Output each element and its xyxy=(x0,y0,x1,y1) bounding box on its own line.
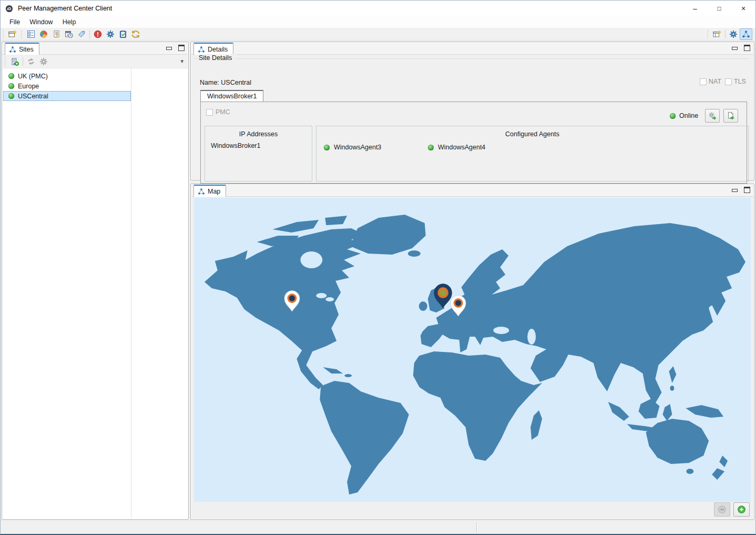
nat-checkbox-box[interactable] xyxy=(700,78,707,85)
alerts-icon[interactable] xyxy=(50,28,63,40)
sites-panel-header: Sites xyxy=(3,43,188,55)
zoom-out-button[interactable] xyxy=(714,502,730,517)
minimize-panel-icon[interactable] xyxy=(166,47,172,50)
new-site-icon[interactable] xyxy=(6,28,19,40)
tls-checkbox-box[interactable] xyxy=(725,78,732,85)
minimize-panel-icon[interactable] xyxy=(732,47,738,50)
tab-map[interactable]: Map xyxy=(193,185,226,197)
ip-addresses-title: IP Addresses xyxy=(205,130,312,138)
site-details-section: Site Details Name: USCentral NAT TLS Win… xyxy=(191,55,753,179)
tab-sites[interactable]: Sites xyxy=(5,43,39,55)
toolbar-separator xyxy=(23,57,23,66)
agent-item[interactable]: WindowsAgent4 xyxy=(428,144,485,151)
tls-checkbox[interactable]: TLS xyxy=(725,78,746,85)
map-body xyxy=(191,197,753,519)
network-perspective-icon[interactable] xyxy=(740,28,752,40)
nat-checkbox-label: NAT xyxy=(709,78,721,85)
main-toolbar: 12 xyxy=(1,28,755,41)
ip-address-item[interactable]: WindowsBroker1 xyxy=(211,142,260,149)
tasks-icon[interactable] xyxy=(117,28,129,40)
map-panel: Map xyxy=(190,184,754,520)
tab-sites-label: Sites xyxy=(19,46,34,53)
status-online-icon xyxy=(8,83,14,89)
tab-details-label: Details xyxy=(208,46,228,53)
tags-icon[interactable] xyxy=(75,28,88,40)
checklist-icon[interactable] xyxy=(25,28,37,40)
toolbar-drag-handle xyxy=(21,30,23,38)
toolbar-separator xyxy=(725,30,726,38)
status-label: Online xyxy=(679,112,698,119)
broker-content: PMC Online IP Addresses WindowsBroker1 xyxy=(200,102,747,184)
settings-icon[interactable] xyxy=(104,28,117,40)
tls-checkbox-label: TLS xyxy=(734,78,746,85)
pmc-checkbox-box[interactable] xyxy=(206,109,213,116)
close-button[interactable]: × xyxy=(731,1,755,16)
ip-address-label: WindowsBroker1 xyxy=(211,142,260,149)
status-bar xyxy=(1,520,755,534)
tab-details[interactable]: Details xyxy=(193,43,233,55)
tab-windowsbroker1-label: WindowsBroker1 xyxy=(207,93,257,100)
site-label: Europe xyxy=(18,83,39,90)
details-panel-header: Details xyxy=(191,43,753,55)
menu-file[interactable]: File xyxy=(5,17,25,27)
app-icon xyxy=(5,5,13,13)
pmc-checkbox[interactable]: PMC xyxy=(206,108,230,116)
pie-chart-icon[interactable] xyxy=(37,28,50,40)
sites-panel: Sites ▾ UK (PMC) xyxy=(2,42,189,520)
toolbar-drag-handle xyxy=(2,30,5,38)
document-arrow-icon xyxy=(727,112,735,120)
view-menu-chevron-icon[interactable]: ▾ xyxy=(180,58,183,65)
map-panel-header: Map xyxy=(191,185,753,197)
site-row-uscentral[interactable]: USCentral xyxy=(3,91,131,101)
maximize-panel-icon[interactable] xyxy=(744,187,750,193)
status-online-icon xyxy=(8,93,14,99)
maximize-button[interactable]: □ xyxy=(707,1,731,16)
site-row-europe[interactable]: Europe xyxy=(3,81,131,91)
reconnect-icon[interactable] xyxy=(25,56,37,67)
zoom-in-icon xyxy=(737,505,746,514)
tab-map-label: Map xyxy=(208,188,220,195)
section-title: Site Details xyxy=(199,54,236,62)
title-bar: Peer Management Center Client – □ × xyxy=(1,1,755,16)
agent-item[interactable]: WindowsAgent3 xyxy=(324,144,381,151)
status-online-icon xyxy=(324,145,330,150)
status-online-icon xyxy=(670,113,676,119)
window-title: Peer Management Center Client xyxy=(18,5,112,12)
configure-agents-button[interactable] xyxy=(705,109,720,123)
maximize-panel-icon[interactable] xyxy=(744,45,750,51)
menu-window[interactable]: Window xyxy=(25,17,57,27)
site-label: UK (PMC) xyxy=(18,73,48,80)
map-zoom-controls xyxy=(194,501,751,517)
refresh-icon[interactable] xyxy=(129,28,142,40)
network-icon xyxy=(198,46,205,53)
preferences-gear-icon[interactable] xyxy=(727,28,740,40)
site-label: USCentral xyxy=(18,93,48,100)
sites-view-toolbar: ▾ xyxy=(3,55,188,68)
tab-windowsbroker1[interactable]: WindowsBroker1 xyxy=(200,90,263,102)
configured-agents-group: Configured Agents WindowsAgent3 WindowsA… xyxy=(316,126,749,181)
open-perspective-icon[interactable] xyxy=(711,28,723,40)
site-row-uk[interactable]: UK (PMC) xyxy=(3,71,131,81)
zoom-in-button[interactable] xyxy=(733,502,750,517)
errors-icon[interactable] xyxy=(91,28,104,40)
menu-bar: File Window Help xyxy=(1,16,755,28)
schedule-icon[interactable]: 12 xyxy=(63,28,75,40)
world-map[interactable] xyxy=(194,198,751,502)
add-site-icon[interactable] xyxy=(8,56,21,67)
details-panel: Details Site Details Name: USCentral NAT… xyxy=(190,42,754,180)
section-divider xyxy=(195,58,749,59)
network-icon xyxy=(198,188,205,195)
site-settings-icon[interactable] xyxy=(37,56,50,67)
status-online-icon xyxy=(8,73,14,79)
nat-checkbox[interactable]: NAT xyxy=(700,78,721,85)
menu-help[interactable]: Help xyxy=(58,17,81,27)
status-bar-divider xyxy=(476,522,477,532)
toolbar-separator xyxy=(89,30,90,38)
agent-label: WindowsAgent3 xyxy=(334,144,381,151)
export-button[interactable] xyxy=(723,109,738,123)
minimize-button[interactable]: – xyxy=(683,1,707,16)
minimize-panel-icon[interactable] xyxy=(732,189,738,192)
maximize-panel-icon[interactable] xyxy=(178,45,185,51)
toolbar-drag-handle xyxy=(707,30,709,38)
sites-list: UK (PMC) Europe USCentral xyxy=(3,68,188,519)
